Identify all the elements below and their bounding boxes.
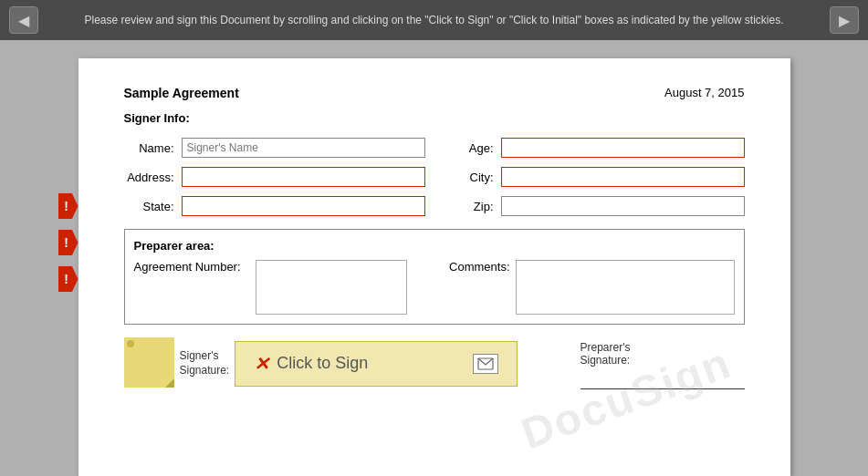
zip-label: Zip: [444,200,494,213]
form-grid: Name: Age: Address: City: State: [124,138,745,216]
preparer-row: Agreement Number: Comments: [134,260,735,315]
toolbar: ◀ Please review and sign this Document b… [0,0,868,40]
preparer-sig-line [580,388,745,389]
sticky-note [124,337,174,388]
name-label: Name: [124,141,174,155]
signer-signature-label: Signer's Signature: [174,346,235,381]
age-row: Age: [444,138,745,158]
next-button[interactable]: ▶ [830,6,859,34]
doc-date: August 7, 2015 [664,86,744,99]
state-input[interactable] [182,196,425,216]
signature-x-icon: ✕ [254,353,269,375]
document-area: DocuSign Sample Agreement August 7, 2015… [0,40,868,476]
age-label: Age: [444,141,494,155]
city-input[interactable] [501,167,745,187]
envelope-icon [473,354,498,374]
agreement-number-input[interactable] [256,260,407,315]
preparer-signature-label: Preparer's Signature: [580,341,631,367]
age-input[interactable] [501,138,745,158]
sticky-arrow-1 [58,193,78,219]
preparer-box: Preparer area: Agreement Number: Comment… [124,229,745,325]
name-row: Name: [124,138,425,158]
doc-title-row: Sample Agreement August 7, 2015 [124,86,745,100]
prev-icon: ◀ [18,12,29,29]
signature-row: Signer's Signature: ✕ Click to Sign Prep… [124,337,745,389]
agreement-number-label: Agreement Number: [134,260,241,274]
address-row: Address: [124,167,425,187]
name-input[interactable] [182,138,425,158]
prev-button[interactable]: ◀ [9,6,38,34]
comments-section: Comments: [449,260,734,315]
sticky-arrow-2 [58,230,78,255]
address-label: Address: [124,171,174,184]
zip-row: Zip: [444,196,745,216]
preparer-title: Preparer area: [134,239,735,253]
toolbar-message: Please review and sign this Document by … [38,14,830,26]
doc-title: Sample Agreement [124,86,239,100]
next-icon: ▶ [839,12,850,29]
address-input[interactable] [182,167,425,187]
comments-input[interactable] [516,260,735,315]
city-row: City: [444,167,745,187]
state-label: State: [124,200,174,213]
click-to-sign-button[interactable]: ✕ Click to Sign [235,341,518,387]
comments-label: Comments: [449,260,509,274]
sticky-note-decoration [127,340,134,347]
signer-signature-block: Signer's Signature: ✕ Click to Sign [174,337,562,389]
document-paper: DocuSign Sample Agreement August 7, 2015… [78,58,790,476]
click-to-sign-text: Click to Sign [277,354,368,373]
state-row: State: [124,196,425,216]
city-label: City: [444,171,494,184]
preparer-signature-block: Preparer's Signature: [580,337,745,389]
sticky-arrow-3 [58,266,78,292]
signer-info-label: Signer Info: [124,111,745,125]
zip-input[interactable] [501,196,745,216]
